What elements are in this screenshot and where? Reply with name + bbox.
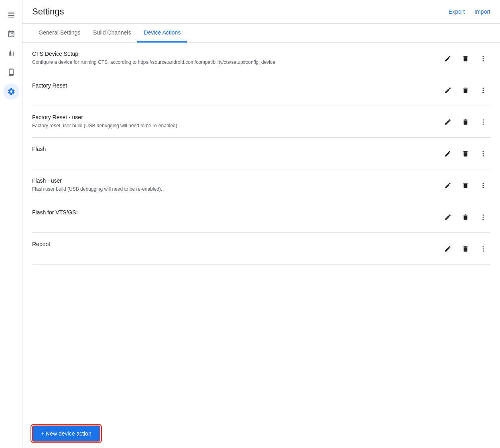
action-name: Flash for VTS/GSI [32, 209, 441, 216]
svg-rect-3 [8, 17, 14, 18]
edit-button[interactable] [441, 147, 455, 161]
svg-point-15 [483, 155, 484, 157]
action-desc: Configure a device for running CTS, acco… [32, 59, 441, 65]
more-button[interactable] [476, 178, 490, 193]
header: Settings Export Import [22, 0, 500, 24]
action-info: Factory Reset [32, 82, 441, 91]
action-controls [441, 114, 490, 129]
tab-general-settings[interactable]: General Settings [32, 24, 87, 43]
more-button[interactable] [476, 51, 490, 66]
delete-button[interactable] [458, 51, 473, 66]
delete-button[interactable] [458, 115, 473, 129]
svg-point-8 [483, 90, 484, 91]
action-desc: Factory reset user build (USB debugging … [32, 123, 441, 128]
action-name: Flash [32, 146, 441, 152]
svg-point-16 [483, 183, 484, 184]
svg-point-10 [483, 119, 484, 120]
action-item-flash-vts-gsi: Flash for VTS/GSI [32, 201, 490, 233]
action-item-factory-reset-user: Factory Reset - user Factory reset user … [32, 106, 490, 138]
action-controls [441, 51, 490, 66]
edit-button[interactable] [441, 83, 455, 98]
svg-rect-0 [8, 12, 14, 12]
svg-rect-2 [8, 15, 14, 16]
new-device-action-button[interactable]: + New device action [32, 426, 100, 442]
sidebar-item-calendar[interactable] [3, 26, 19, 42]
edit-button[interactable] [441, 242, 455, 256]
action-name: CTS Device Setup [32, 51, 441, 57]
action-controls [441, 177, 490, 193]
tab-build-channels[interactable]: Build Channels [87, 24, 137, 43]
edit-button[interactable] [441, 115, 455, 129]
svg-point-17 [483, 185, 484, 186]
page-title: Settings [32, 6, 64, 17]
svg-point-4 [483, 56, 484, 57]
svg-point-23 [483, 248, 484, 250]
edit-button[interactable] [441, 210, 455, 224]
delete-button[interactable] [458, 210, 473, 224]
action-name: Factory Reset - user [32, 114, 441, 120]
action-info: Flash - user Flash user build (USB debug… [32, 177, 441, 192]
svg-point-24 [483, 250, 484, 252]
action-info: CTS Device Setup Configure a device for … [32, 51, 441, 65]
action-name: Flash - user [32, 177, 441, 184]
edit-button[interactable] [441, 51, 455, 66]
action-info: Flash [32, 146, 441, 155]
svg-point-20 [483, 217, 484, 218]
sidebar-item-list[interactable] [3, 6, 19, 22]
footer: + New device action [22, 419, 500, 448]
svg-point-14 [483, 153, 484, 155]
action-item-reboot: Reboot [32, 233, 490, 265]
delete-button[interactable] [458, 242, 473, 256]
edit-button[interactable] [441, 178, 455, 193]
more-button[interactable] [476, 242, 490, 256]
export-link[interactable]: Export [449, 8, 465, 15]
more-button[interactable] [476, 115, 490, 129]
svg-point-13 [483, 151, 484, 152]
action-item-cts-device-setup: CTS Device Setup Configure a device for … [32, 43, 490, 74]
sidebar-item-settings[interactable] [3, 83, 19, 100]
svg-point-6 [483, 60, 484, 61]
action-info: Reboot [32, 241, 441, 250]
more-button[interactable] [476, 83, 490, 98]
svg-point-5 [483, 58, 484, 59]
svg-point-7 [483, 88, 484, 89]
action-controls [441, 146, 490, 161]
header-actions: Export Import [449, 8, 490, 15]
action-item-flash: Flash [32, 138, 490, 169]
delete-button[interactable] [458, 147, 473, 161]
action-name: Factory Reset [32, 82, 441, 89]
tabs-container: General Settings Build Channels Device A… [22, 24, 500, 43]
svg-point-11 [483, 122, 484, 123]
import-link[interactable]: Import [474, 8, 490, 15]
svg-point-19 [483, 214, 484, 216]
action-info: Factory Reset - user Factory reset user … [32, 114, 441, 128]
svg-rect-1 [8, 14, 14, 14]
action-name: Reboot [32, 241, 441, 247]
action-item-factory-reset: Factory Reset [32, 74, 490, 106]
main-content: Settings Export Import General Settings … [22, 0, 500, 448]
action-controls [441, 82, 490, 98]
more-button[interactable] [476, 147, 490, 161]
action-info: Flash for VTS/GSI [32, 209, 441, 218]
action-desc: Flash user build (USB debugging will nee… [32, 186, 441, 192]
svg-point-22 [483, 246, 484, 247]
action-controls [441, 209, 490, 224]
tab-device-actions[interactable]: Device Actions [137, 24, 187, 43]
sidebar [0, 0, 22, 448]
sidebar-item-device[interactable] [3, 64, 19, 80]
svg-point-21 [483, 219, 484, 220]
svg-point-18 [483, 187, 484, 188]
action-item-flash-user: Flash - user Flash user build (USB debug… [32, 169, 490, 201]
svg-point-9 [483, 92, 484, 93]
content-area: CTS Device Setup Configure a device for … [22, 43, 500, 448]
more-button[interactable] [476, 210, 490, 224]
delete-button[interactable] [458, 178, 473, 193]
svg-point-12 [483, 124, 484, 125]
delete-button[interactable] [458, 83, 473, 98]
action-controls [441, 241, 490, 256]
sidebar-item-chart[interactable] [3, 45, 19, 61]
